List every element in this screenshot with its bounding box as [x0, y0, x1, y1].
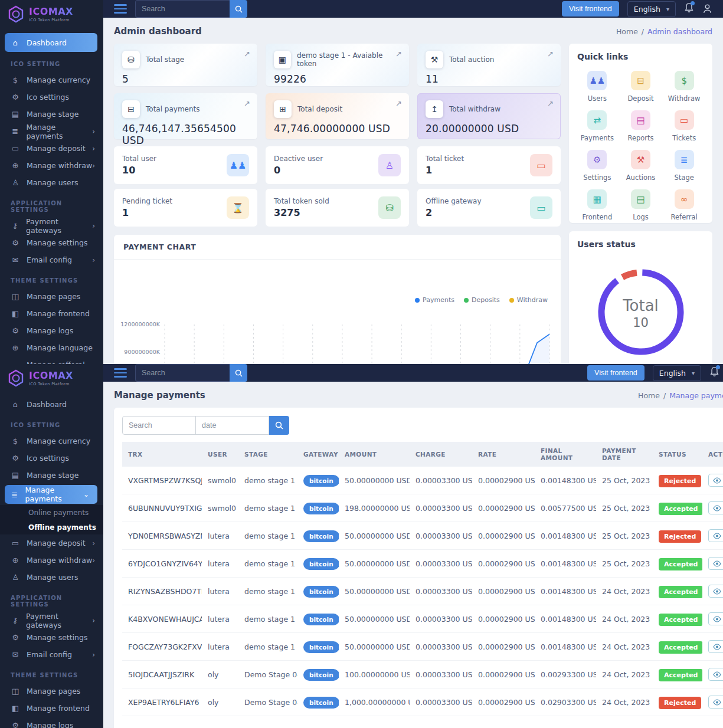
stat-card[interactable]: ↗ ⚒ Total auction 11: [417, 44, 561, 86]
breadcrumb-home[interactable]: Home: [616, 27, 638, 36]
language-select[interactable]: English▾: [653, 365, 701, 381]
arrow-up-right-icon[interactable]: ↗: [547, 99, 554, 108]
stat-card[interactable]: ↗ ▣ demo stage 1 - Avaiable token 99226: [266, 44, 409, 86]
column-header[interactable]: STATUS: [653, 442, 702, 467]
sidebar-item[interactable]: ◫ Manage pages: [0, 683, 103, 700]
sidebar-item[interactable]: ⚙ Manage logs: [0, 322, 103, 339]
quick-link[interactable]: $ Withdraw: [664, 71, 704, 103]
search-input[interactable]: [135, 364, 230, 382]
sidebar-item[interactable]: ▤ Manage stage: [0, 106, 103, 123]
filter-search-button[interactable]: [269, 416, 289, 435]
stat-card[interactable]: ↗ ⊟ Total payments 46,746,147.35654500 U…: [114, 93, 257, 139]
column-header[interactable]: PAYMENT DATE: [596, 442, 653, 467]
sidebar-item[interactable]: ≣ Manage payments ›: [0, 123, 103, 140]
sidebar-item[interactable]: ⌂ Dashboard: [5, 33, 97, 52]
quick-link[interactable]: ▭ Tickets: [664, 110, 704, 142]
legend-item[interactable]: Payments: [415, 296, 454, 304]
column-header[interactable]: RATE: [472, 442, 535, 467]
sidebar-item[interactable]: ⚙ Manage settings: [0, 629, 103, 646]
sidebar-item[interactable]: ∞ Manage refferal: [0, 356, 103, 364]
quick-link[interactable]: ⚒ Auctions: [621, 150, 661, 182]
stat-card[interactable]: ↗ ⊞ Total deposit 47,746.00000000 USD: [266, 93, 409, 139]
legend-item[interactable]: Withdraw: [509, 296, 548, 304]
arrow-up-right-icon[interactable]: ↗: [395, 99, 402, 108]
sidebar-item[interactable]: ≣ Manage payments ⌄: [5, 485, 97, 504]
stat-card[interactable]: ↗ ⛁ Total stage 5: [114, 44, 257, 86]
column-header[interactable]: CHARGE: [410, 442, 472, 467]
brand-logo[interactable]: ICOMAX ICO Token Platform: [0, 364, 103, 392]
view-button[interactable]: [708, 557, 723, 570]
user-menu[interactable]: [702, 4, 712, 14]
sidebar-item[interactable]: ⚙ Manage logs: [0, 717, 103, 728]
sidebar-item[interactable]: ⚙ Ico settings: [0, 88, 103, 106]
arrow-up-right-icon[interactable]: ↗: [395, 50, 402, 58]
quick-link[interactable]: ≣ Stage: [664, 150, 704, 182]
view-button[interactable]: [708, 501, 723, 514]
search-input[interactable]: [135, 0, 230, 18]
sidebar-item[interactable]: ⊕ Manage withdraw ›: [0, 157, 103, 174]
quick-link[interactable]: ∞ Referral: [664, 189, 704, 221]
sidebar-item[interactable]: ♙ Manage users: [0, 174, 103, 191]
date-filter-input[interactable]: [195, 416, 269, 435]
arrow-up-right-icon[interactable]: ↗: [547, 50, 554, 58]
view-button[interactable]: [708, 529, 723, 542]
legend-item[interactable]: Deposits: [464, 296, 500, 304]
column-header[interactable]: TRX: [122, 442, 202, 467]
sidebar-item[interactable]: $ Manage currency: [0, 71, 103, 88]
hamburger-menu-icon[interactable]: [114, 4, 127, 14]
sidebar-item[interactable]: $ Manage currency: [0, 432, 103, 450]
sidebar-item[interactable]: ⚙ Manage settings: [0, 234, 103, 251]
column-header[interactable]: FINAL AMOUNT: [535, 442, 596, 467]
view-button[interactable]: [708, 474, 723, 487]
quick-link[interactable]: ⚙ Settings: [577, 150, 617, 182]
quick-link[interactable]: ⇄ Payments: [577, 110, 617, 142]
sidebar-item[interactable]: ⚷ Payment gateways ›: [0, 612, 103, 629]
stat-card[interactable]: ↗ ↥ Total withdraw 20.00000000 USD: [417, 93, 561, 139]
sidebar-item[interactable]: ✉ Email config ›: [0, 646, 103, 663]
column-header[interactable]: AMOUNT: [339, 442, 410, 467]
sidebar-item[interactable]: ▭ Manage deposit ›: [0, 534, 103, 552]
quick-link[interactable]: ▦ Frontend: [577, 189, 617, 221]
quick-link[interactable]: ▤ Reports: [621, 110, 661, 142]
column-header[interactable]: ACTION: [702, 442, 723, 467]
view-button[interactable]: [708, 668, 723, 681]
sidebar-item[interactable]: ▭ Manage deposit ›: [0, 140, 103, 157]
brand-logo[interactable]: ICOMAX ICO Token Platform: [0, 0, 103, 28]
sidebar-item[interactable]: Offline payments: [0, 520, 103, 534]
view-button[interactable]: [708, 640, 723, 653]
notifications-bell[interactable]: [684, 2, 694, 15]
column-header[interactable]: GATEWAY: [297, 442, 339, 467]
column-header[interactable]: USER: [202, 442, 238, 467]
sidebar-item[interactable]: ✉ Email config ›: [0, 251, 103, 268]
sidebar-item[interactable]: ⚙ Ico settings: [0, 450, 103, 467]
quick-link[interactable]: ⊟ Deposit: [621, 71, 661, 103]
sidebar-item[interactable]: ◫ Manage pages: [0, 288, 103, 305]
language-select[interactable]: English▾: [627, 1, 676, 17]
view-button[interactable]: [708, 585, 723, 598]
column-header[interactable]: STAGE: [238, 442, 297, 467]
sidebar-item[interactable]: ◧ Manage frontend: [0, 700, 103, 717]
sidebar-item[interactable]: ▤ Manage stage: [0, 467, 103, 484]
arrow-up-right-icon[interactable]: ↗: [244, 99, 250, 108]
quick-link[interactable]: ♟♟ Users: [577, 71, 617, 103]
quick-link[interactable]: ▤ Logs: [621, 189, 661, 221]
sidebar-item[interactable]: ⊕ Manage withdraw ›: [0, 552, 103, 569]
search-button[interactable]: [230, 364, 247, 382]
search-button[interactable]: [230, 0, 247, 18]
sidebar-item[interactable]: ♙ Manage users: [0, 569, 103, 586]
sidebar-item[interactable]: ⊕ Manage language: [0, 339, 103, 356]
view-button[interactable]: [708, 612, 723, 625]
visit-frontend-button[interactable]: Visit frontend: [587, 365, 645, 381]
table-search-input[interactable]: [122, 416, 196, 435]
breadcrumb-home[interactable]: Home: [638, 391, 660, 400]
sidebar-item[interactable]: ⌂ Dashboard: [0, 396, 103, 413]
hamburger-menu-icon[interactable]: [114, 368, 127, 378]
arrow-up-right-icon[interactable]: ↗: [244, 50, 250, 58]
sidebar-item[interactable]: ⚷ Payment gateways ›: [0, 217, 103, 234]
visit-frontend-button[interactable]: Visit frontend: [562, 1, 619, 17]
brand-name: ICOMAX: [29, 370, 73, 381]
view-button[interactable]: [708, 696, 723, 709]
sidebar-item[interactable]: ◧ Manage frontend: [0, 305, 103, 322]
sidebar-item[interactable]: Online payments: [0, 505, 103, 520]
notifications-bell[interactable]: [709, 366, 719, 379]
